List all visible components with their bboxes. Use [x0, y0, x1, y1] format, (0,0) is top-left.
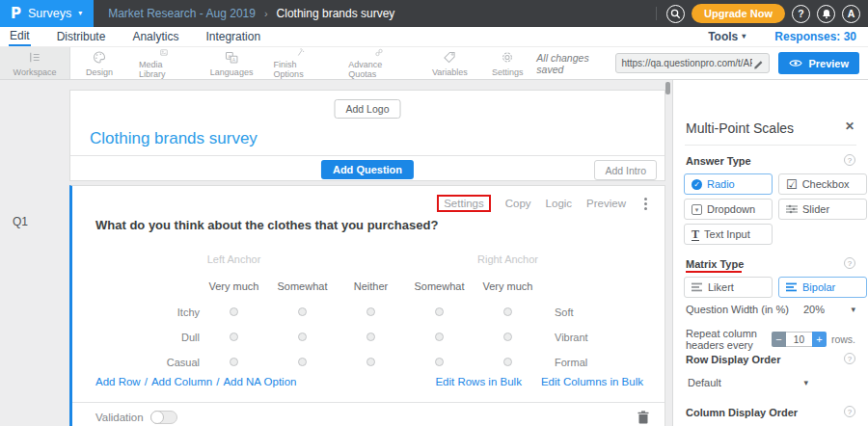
- chevron-down-icon: ▾: [803, 378, 808, 387]
- radio-button[interactable]: [503, 358, 512, 366]
- tab-edit[interactable]: Edit: [9, 28, 31, 46]
- search-button[interactable]: [666, 5, 685, 23]
- toolbar-item-design[interactable]: Design: [70, 47, 128, 79]
- stepper-plus-button[interactable]: +: [812, 332, 827, 347]
- toolbar-item-variables[interactable]: Variables: [420, 47, 478, 79]
- left-anchor-placeholder[interactable]: Left Anchor: [200, 253, 268, 265]
- answer-type-radio[interactable]: ✓ Radio: [684, 173, 773, 195]
- survey-title[interactable]: Clothing brands survey: [90, 129, 258, 148]
- row-right-label[interactable]: Soft: [542, 306, 648, 318]
- avatar[interactable]: A: [842, 5, 860, 23]
- survey-url-input[interactable]: [621, 58, 752, 68]
- radio-button[interactable]: [503, 307, 512, 316]
- checkbox-icon: ☑: [786, 178, 798, 191]
- add-logo-button[interactable]: Add Logo: [335, 99, 401, 119]
- preview-button[interactable]: Preview: [778, 52, 859, 74]
- column-header[interactable]: Somewhat: [268, 280, 337, 292]
- row-left-label[interactable]: Casual: [130, 357, 200, 368]
- scrollbar-thumb[interactable]: [665, 82, 670, 94]
- close-icon[interactable]: ✕: [845, 120, 854, 133]
- column-header[interactable]: Very much: [474, 280, 542, 292]
- add-intro-button[interactable]: Add Intro: [594, 160, 657, 180]
- row-display-help-icon[interactable]: ?: [844, 353, 855, 364]
- tools-menu[interactable]: Tools▾: [708, 30, 746, 43]
- add-column-link[interactable]: Add Column: [151, 376, 212, 387]
- row-display-order-select[interactable]: Default ▾: [688, 377, 808, 388]
- product-switcher[interactable]: P Surveys ▾: [0, 0, 94, 27]
- notifications-button[interactable]: [817, 5, 835, 23]
- matrix-row: Itchy Soft: [130, 300, 648, 325]
- validation-divider: [72, 402, 665, 403]
- tab-analytics[interactable]: Analytics: [131, 29, 179, 45]
- add-row-link[interactable]: Add Row: [95, 376, 141, 387]
- radio-button[interactable]: [366, 333, 375, 341]
- toolbar-item-media-library[interactable]: Media Library: [128, 47, 201, 79]
- survey-header-card: Add Logo Clothing brands survey Add Ques…: [69, 90, 665, 181]
- matrix-type-help-icon[interactable]: ?: [844, 257, 855, 269]
- question-logic-action[interactable]: Logic: [546, 198, 573, 209]
- question-text[interactable]: What do you think about the clothes that…: [95, 218, 438, 232]
- answer-type-help-icon[interactable]: ?: [844, 154, 855, 166]
- add-na-option-link[interactable]: Add NA Option: [223, 376, 296, 387]
- responses-link[interactable]: Responses: 30: [774, 30, 856, 43]
- top-header: P Surveys ▾ Market Research - Aug 2019 ›…: [0, 0, 868, 27]
- toolbar-item-workspace[interactable]: Workspace: [0, 47, 70, 79]
- radio-button[interactable]: [230, 307, 238, 316]
- text-input-icon: T: [692, 228, 699, 241]
- column-header[interactable]: Neither: [337, 280, 405, 292]
- breadcrumb-parent-link[interactable]: Market Research - Aug 2019: [108, 7, 256, 20]
- radio-button[interactable]: [366, 307, 375, 316]
- upgrade-now-button[interactable]: Upgrade Now: [692, 4, 785, 23]
- row-left-label[interactable]: Dull: [130, 332, 200, 343]
- question-settings-action[interactable]: Settings: [437, 195, 491, 212]
- column-header[interactable]: Somewhat: [405, 280, 474, 292]
- question-preview-action[interactable]: Preview: [586, 198, 626, 209]
- radio-button[interactable]: [435, 333, 444, 341]
- matrix-type-bipolar[interactable]: Bipolar: [778, 277, 867, 298]
- row-left-label[interactable]: Itchy: [130, 306, 200, 318]
- row-right-label[interactable]: Formal: [542, 357, 648, 368]
- radio-button[interactable]: [435, 307, 444, 316]
- answer-type-checkbox[interactable]: ☑ Checkbox: [778, 173, 867, 195]
- answer-type-dropdown[interactable]: ▾ Dropdown: [684, 199, 773, 220]
- kebab-menu-icon[interactable]: [640, 196, 651, 212]
- column-display-order-label: Column Display Order: [686, 407, 798, 418]
- radio-button[interactable]: [230, 358, 238, 366]
- right-anchor-placeholder[interactable]: Right Anchor: [474, 253, 542, 265]
- help-button[interactable]: ?: [792, 5, 810, 23]
- stepper-value-input[interactable]: [786, 332, 812, 347]
- tab-integration[interactable]: Integration: [204, 29, 261, 45]
- radio-button[interactable]: [435, 358, 444, 366]
- tab-distribute[interactable]: Distribute: [56, 29, 107, 45]
- repeat-headers-label: Repeat column headers every: [686, 328, 766, 351]
- question-width-value[interactable]: 20%: [803, 304, 825, 315]
- column-header[interactable]: Very much: [200, 280, 268, 292]
- radio-button[interactable]: [298, 307, 307, 316]
- toolbar-item-advance-quotas[interactable]: Advance Quotas: [338, 47, 420, 79]
- topbar-actions: Upgrade Now ? A: [656, 4, 868, 23]
- column-display-help-icon[interactable]: ?: [844, 406, 855, 417]
- answer-type-text-input[interactable]: T Text Input: [684, 224, 773, 245]
- radio-button[interactable]: [298, 358, 307, 366]
- radio-button[interactable]: [230, 333, 238, 341]
- toolbar-item-languages[interactable]: aA Languages: [201, 47, 263, 79]
- radio-button[interactable]: [503, 333, 512, 341]
- toolbar-item-settings[interactable]: Settings: [478, 47, 536, 79]
- edit-columns-bulk-link[interactable]: Edit Columns in Bulk: [541, 376, 643, 387]
- radio-button[interactable]: [298, 333, 307, 341]
- toolbar-item-finish-options[interactable]: Finish Options: [263, 47, 339, 79]
- delete-question-button[interactable]: [637, 411, 649, 424]
- add-question-button[interactable]: Add Question: [321, 160, 414, 179]
- matrix-type-likert[interactable]: Likert: [684, 277, 773, 298]
- chevron-down-icon[interactable]: ▾: [851, 305, 855, 314]
- radio-button[interactable]: [366, 358, 375, 366]
- validation-toggle[interactable]: [150, 411, 177, 424]
- question-copy-action[interactable]: Copy: [505, 198, 531, 209]
- edit-url-button[interactable]: [752, 58, 764, 69]
- canvas-scrollbar[interactable]: [665, 80, 671, 426]
- search-icon: [670, 9, 681, 19]
- edit-rows-bulk-link[interactable]: Edit Rows in Bulk: [435, 376, 521, 387]
- answer-type-slider[interactable]: Slider: [778, 199, 867, 220]
- stepper-minus-button[interactable]: −: [772, 332, 786, 347]
- row-right-label[interactable]: Vibrant: [542, 332, 648, 343]
